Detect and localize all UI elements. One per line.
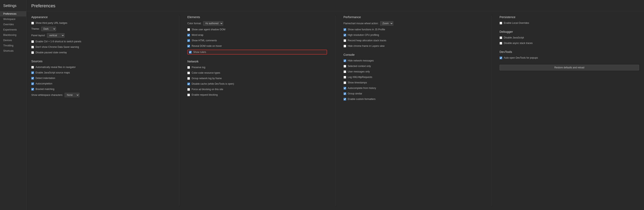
high-resolution-label: High resolution CPU profiling: [348, 34, 379, 37]
panel-layout-row: Panel layout: vertical auto horizontal: [31, 33, 171, 38]
theme-row: Theme: Dark Default Light: [31, 27, 171, 31]
show-timestamps-row: Show timestamps: [344, 81, 483, 84]
record-heap-row: Record heap allocation stack traces: [344, 39, 483, 42]
main-header: Preferences: [26, 0, 644, 11]
sidebar-item-experiments[interactable]: Experiments: [0, 27, 26, 32]
force-ad-blocking-checkbox[interactable]: [187, 88, 190, 91]
group-similar-label: Group similar: [348, 92, 362, 95]
autocompletion-row: Autocompletion: [31, 82, 171, 85]
disable-js-checkbox[interactable]: [500, 37, 502, 39]
panel-layout-label: Panel layout:: [31, 34, 45, 37]
bracket-matching-checkbox[interactable]: [31, 88, 34, 91]
autocompletion-checkbox[interactable]: [31, 82, 34, 85]
custom-formatters-label: Enable custom formatters: [348, 98, 376, 101]
enable-local-overrides-checkbox[interactable]: [500, 22, 502, 25]
color-format-label: Color format:: [187, 22, 201, 25]
color-format-select[interactable]: As authored HEX RGB HSL: [203, 21, 223, 26]
group-by-frame-checkbox[interactable]: [187, 77, 190, 80]
chrome-data-saver-row: Don't show Chrome Data Saver warning: [31, 45, 171, 49]
sidebar-item-shortcuts[interactable]: Shortcuts: [0, 48, 26, 54]
persistence-title: Persistence: [500, 15, 639, 19]
hide-network-label: Hide network messages: [348, 59, 374, 62]
sidebar-item-blackboxing[interactable]: Blackboxing: [0, 32, 26, 38]
user-agent-shadow-checkbox[interactable]: [187, 28, 190, 31]
reveal-dom-row: Reveal DOM node on hover: [187, 44, 327, 48]
record-heap-checkbox[interactable]: [344, 39, 346, 42]
console-title: Console: [344, 53, 483, 56]
color-code-checkbox[interactable]: [187, 72, 190, 74]
request-blocking-checkbox[interactable]: [187, 94, 190, 96]
sidebar-item-throttling[interactable]: Throttling: [0, 43, 26, 48]
show-third-party-checkbox[interactable]: [31, 22, 34, 25]
autocomplete-history-checkbox[interactable]: [344, 87, 346, 90]
log-xml-checkbox[interactable]: [344, 76, 346, 79]
ctrl-shortcut-row: Enable Ctrl + 1-9 shortcut to switch pan…: [31, 40, 171, 43]
performance-title: Performance: [344, 15, 483, 19]
selected-context-checkbox[interactable]: [344, 65, 346, 68]
hide-network-checkbox[interactable]: [344, 59, 346, 62]
word-wrap-label: Word wrap: [192, 34, 203, 37]
autocomplete-history-label: Autocomplete from history: [348, 87, 376, 90]
word-wrap-checkbox[interactable]: [187, 34, 190, 37]
color-code-row: Color-code resource types: [187, 71, 327, 75]
show-timestamps-checkbox[interactable]: [344, 81, 346, 84]
content-area: Appearance Show third party URL badges T…: [26, 11, 644, 210]
auto-reveal-checkbox[interactable]: [31, 66, 34, 69]
panel-layout-select[interactable]: vertical auto horizontal: [47, 33, 64, 38]
custom-formatters-row: Enable custom formatters: [344, 97, 483, 101]
disable-cache-row: Disable cache (while DevTools is open): [187, 82, 327, 86]
whitespace-select[interactable]: None All Trailing: [64, 93, 80, 97]
reveal-dom-checkbox[interactable]: [187, 45, 190, 47]
page-title: Preferences: [31, 3, 639, 9]
color-code-label: Color-code resource types: [192, 71, 220, 74]
html-comments-row: Show HTML comments: [187, 39, 327, 42]
sidebar-item-preferences[interactable]: Preferences: [0, 11, 26, 17]
disable-js-label: Disable JavaScript: [504, 36, 524, 39]
sidebar-item-overrides[interactable]: Overrides: [0, 22, 26, 27]
show-native-checkbox[interactable]: [344, 28, 346, 31]
ctrl-shortcut-checkbox[interactable]: [31, 40, 34, 43]
col-elements-network: Elements Color format: As authored HEX R…: [187, 15, 327, 206]
group-similar-checkbox[interactable]: [344, 92, 346, 95]
reveal-dom-label: Reveal DOM node on hover: [192, 45, 222, 47]
whitespace-label: Show whitespace characters:: [31, 94, 63, 96]
detect-indentation-checkbox[interactable]: [31, 77, 34, 80]
preserve-log-checkbox[interactable]: [187, 66, 190, 69]
user-messages-checkbox[interactable]: [344, 70, 346, 73]
flamechart-label: Flamechart mouse wheel action:: [344, 22, 379, 25]
enable-local-overrides-row: Enable Local Overrides: [500, 21, 639, 25]
divider-3: [491, 15, 492, 206]
js-source-maps-checkbox[interactable]: [31, 71, 34, 74]
sidebar-item-workspace[interactable]: Workspace: [0, 17, 26, 22]
disable-paused-row: Disable paused state overlay: [31, 51, 171, 54]
auto-open-row: Auto-open DevTools for popups: [500, 56, 639, 60]
hide-chrome-frame-label: Hide chrome frame in Layers view: [348, 45, 384, 47]
flamechart-select[interactable]: Zoom Scroll: [380, 21, 393, 26]
disable-paused-checkbox[interactable]: [31, 51, 34, 54]
disable-cache-checkbox[interactable]: [187, 83, 190, 85]
force-ad-blocking-label: Force ad blocking on this site: [192, 88, 223, 91]
custom-formatters-checkbox[interactable]: [344, 98, 346, 101]
sidebar-item-devices[interactable]: Devices: [0, 38, 26, 43]
divider-2: [335, 15, 336, 206]
show-rulers-checkbox[interactable]: [189, 51, 192, 54]
hide-network-row: Hide network messages: [344, 59, 483, 63]
record-heap-label: Record heap allocation stack traces: [348, 39, 386, 42]
disable-async-checkbox[interactable]: [500, 42, 502, 45]
auto-open-checkbox[interactable]: [500, 57, 502, 59]
col-persistence-debugger-devtools: Persistence Enable Local Overrides Debug…: [500, 15, 639, 206]
theme-select[interactable]: Dark Default Light: [41, 27, 56, 31]
chrome-data-saver-label: Don't show Chrome Data Saver warning: [36, 46, 79, 48]
restore-defaults-button[interactable]: Restore defaults and reload: [500, 65, 639, 70]
col-appearance-sources: Appearance Show third party URL badges T…: [31, 15, 171, 206]
high-resolution-checkbox[interactable]: [344, 34, 346, 37]
request-blocking-row: Enable request blocking: [187, 93, 327, 97]
selected-context-label: Selected context only: [348, 65, 371, 68]
chrome-data-saver-checkbox[interactable]: [31, 46, 34, 48]
col-performance-console: Performance Flamechart mouse wheel actio…: [344, 15, 483, 206]
user-agent-shadow-row: Show user agent shadow DOM: [187, 28, 327, 31]
detect-indentation-row: Detect indentation: [31, 76, 171, 80]
hide-chrome-frame-checkbox[interactable]: [344, 45, 346, 47]
color-format-row: Color format: As authored HEX RGB HSL: [187, 21, 327, 26]
html-comments-checkbox[interactable]: [187, 39, 190, 42]
